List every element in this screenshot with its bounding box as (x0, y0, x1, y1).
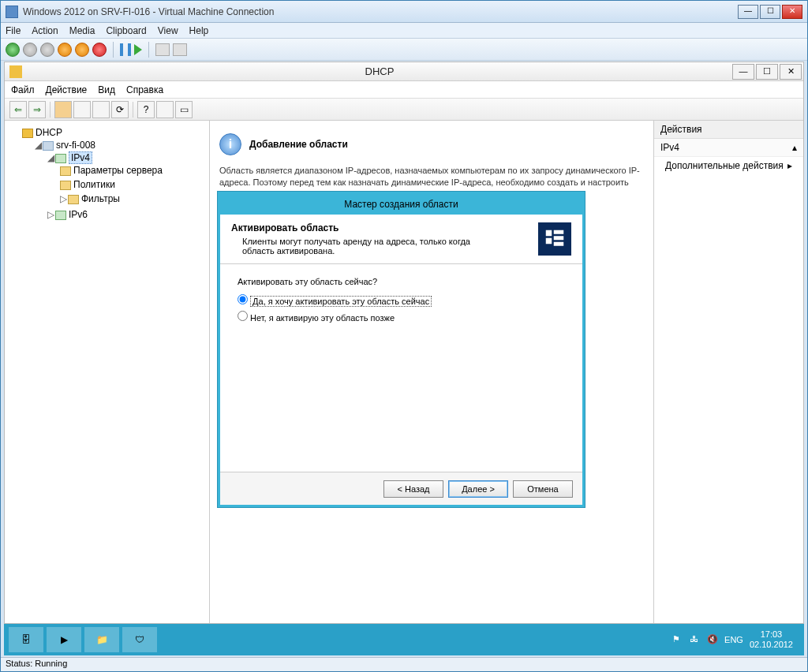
clock-date: 02.10.2012 (750, 640, 793, 650)
chevron-right-icon: ▸ (787, 160, 792, 171)
dhcp-title: DHCP (27, 65, 732, 77)
guest-taskbar[interactable]: 🗄 ▶ 📁 🛡 ⚑ 🖧 🔇 ENG 17:03 02.10.2012 (4, 624, 804, 655)
tree-ipv6[interactable]: ▷IPv6 (47, 207, 204, 222)
toolbar-btn-5[interactable] (156, 101, 174, 118)
tree-filters[interactable]: ▷Фильтры (60, 192, 204, 206)
play-icon[interactable] (134, 44, 142, 55)
turnoff-icon[interactable] (40, 43, 54, 57)
vm-menubar: File Action Media Clipboard View Help (1, 23, 807, 39)
dhcp-menu-help[interactable]: Справка (126, 84, 163, 95)
dhcp-menubar: Файл Действие Вид Справка (5, 81, 803, 99)
wizard-footer: < Назад Далее > Отмена (220, 472, 582, 505)
close-button[interactable]: ✕ (782, 5, 802, 19)
server-icon (43, 141, 54, 151)
help-icon[interactable]: ? (137, 101, 155, 118)
actions-ipv4-section[interactable]: IPv4▴ (654, 139, 803, 157)
expand-icon[interactable]: ▷ (60, 193, 68, 204)
dhcp-menu-view[interactable]: Вид (98, 84, 115, 95)
actions-header: Действия (654, 121, 803, 139)
tree-server-options[interactable]: Параметры сервера (60, 163, 204, 177)
shutdown-icon[interactable] (58, 43, 72, 57)
wizard-header: Активировать область Клиенты могут получ… (220, 215, 582, 264)
toolbar-btn-6[interactable]: ▭ (175, 101, 193, 118)
tree-root[interactable]: DHCP ◢srv-fi-008 ◢IPv4 Параметры сервера… (22, 125, 204, 225)
dhcp-app-icon (9, 65, 22, 78)
menu-media[interactable]: Media (69, 25, 95, 36)
revert-icon[interactable] (173, 43, 187, 56)
tree-policies[interactable]: Политики (60, 177, 204, 192)
folder-icon (60, 181, 71, 190)
tree-panel[interactable]: DHCP ◢srv-fi-008 ◢IPv4 Параметры сервера… (5, 121, 210, 623)
back-icon[interactable] (9, 101, 27, 118)
actions-panel: Действия IPv4▴ Дополнительные действия▸ (653, 121, 803, 623)
clock[interactable]: 17:03 02.10.2012 (750, 629, 793, 650)
dhcp-menu-file[interactable]: Файл (11, 84, 35, 95)
radio-activate-yes[interactable]: Да, я хочу активировать эту область сейч… (238, 294, 565, 306)
dhcp-close-button[interactable]: ✕ (780, 64, 802, 80)
taskbar-dhcp[interactable]: 🛡 (122, 627, 157, 652)
reset-icon[interactable] (92, 43, 107, 57)
collapse-icon[interactable]: ◢ (47, 152, 55, 163)
network-icon[interactable]: 🖧 (690, 634, 701, 645)
toolbar-separator (50, 102, 50, 118)
vm-app-icon (6, 6, 18, 18)
tree-ipv4[interactable]: ◢IPv4 Параметры сервера Политики ▷Фильтр… (47, 151, 204, 207)
vm-titlebar[interactable]: Windows 2012 on SRV-FI-016 - Virtual Mac… (1, 1, 807, 23)
dhcp-titlebar[interactable]: DHCP — ☐ ✕ (5, 62, 803, 81)
taskbar-server-manager[interactable]: 🗄 (9, 627, 43, 652)
snapshot-icon[interactable] (155, 43, 170, 56)
taskbar-explorer[interactable]: 📁 (84, 627, 119, 652)
ctrl-alt-del-icon[interactable] (6, 43, 20, 57)
wizard-title[interactable]: Мастер создания области (220, 194, 582, 215)
sound-icon[interactable]: 🔇 (707, 634, 718, 645)
guest-desktop: DHCP — ☐ ✕ Файл Действие Вид Справка (4, 62, 804, 655)
dhcp-root-icon (22, 129, 33, 138)
vm-toolbar (1, 39, 807, 61)
pause-icon[interactable] (120, 43, 131, 56)
ipv6-icon (55, 211, 66, 220)
info-header: i Добавление области (219, 133, 644, 155)
toolbar-separator (113, 42, 114, 58)
dhcp-maximize-button[interactable]: ☐ (756, 64, 778, 80)
system-tray[interactable]: ⚑ 🖧 🔇 ENG 17:03 02.10.2012 (672, 629, 799, 650)
actions-more[interactable]: Дополнительные действия▸ (654, 157, 803, 174)
vm-window-buttons: — ☐ ✕ (738, 5, 802, 19)
expand-icon[interactable]: ▷ (47, 209, 55, 220)
dhcp-body: DHCP ◢srv-fi-008 ◢IPv4 Параметры сервера… (5, 121, 803, 623)
menu-action[interactable]: Action (32, 25, 58, 36)
collapse-icon: ▴ (792, 142, 797, 153)
menu-help[interactable]: Help (189, 25, 209, 36)
wizard-sub: Клиенты могут получать аренду на адреса,… (231, 237, 484, 256)
toolbar-separator (133, 102, 133, 118)
dhcp-menu-action[interactable]: Действие (46, 84, 88, 95)
taskbar-powershell[interactable]: ▶ (47, 627, 81, 652)
cancel-button[interactable]: Отмена (513, 480, 573, 498)
menu-file[interactable]: File (6, 25, 21, 36)
collapse-icon[interactable]: ◢ (35, 140, 43, 151)
save-icon[interactable] (75, 43, 89, 57)
scope-wizard-dialog: Мастер создания области Активировать обл… (218, 192, 585, 507)
info-heading: Добавление области (249, 139, 348, 150)
start-icon[interactable] (23, 43, 37, 57)
back-button[interactable]: < Назад (383, 480, 443, 498)
vm-window: Windows 2012 on SRV-FI-016 - Virtual Mac… (0, 0, 808, 672)
toolbar-btn-3[interactable] (92, 101, 110, 118)
menu-clipboard[interactable]: Clipboard (106, 25, 146, 36)
flag-icon[interactable]: ⚑ (672, 634, 683, 645)
radio-activate-no[interactable]: Нет, я активирую эту область позже (238, 311, 565, 323)
minimize-button[interactable]: — (738, 5, 758, 19)
radio-no-input[interactable] (238, 311, 248, 321)
language-indicator[interactable]: ENG (724, 635, 743, 644)
toolbar-btn-2[interactable] (73, 101, 91, 118)
next-button[interactable]: Далее > (448, 480, 508, 498)
maximize-button[interactable]: ☐ (760, 5, 780, 19)
tree-server[interactable]: ◢srv-fi-008 ◢IPv4 Параметры сервера Поли… (35, 138, 204, 223)
dhcp-minimize-button[interactable]: — (732, 64, 754, 80)
menu-view[interactable]: View (158, 25, 178, 36)
forward-icon[interactable] (28, 101, 46, 118)
refresh-icon[interactable]: ⟳ (111, 101, 129, 118)
dhcp-window: DHCP — ☐ ✕ Файл Действие Вид Справка (4, 62, 804, 624)
radio-yes-input[interactable] (238, 294, 248, 304)
toolbar-btn-1[interactable] (54, 101, 72, 118)
toolbar-separator (148, 42, 149, 58)
